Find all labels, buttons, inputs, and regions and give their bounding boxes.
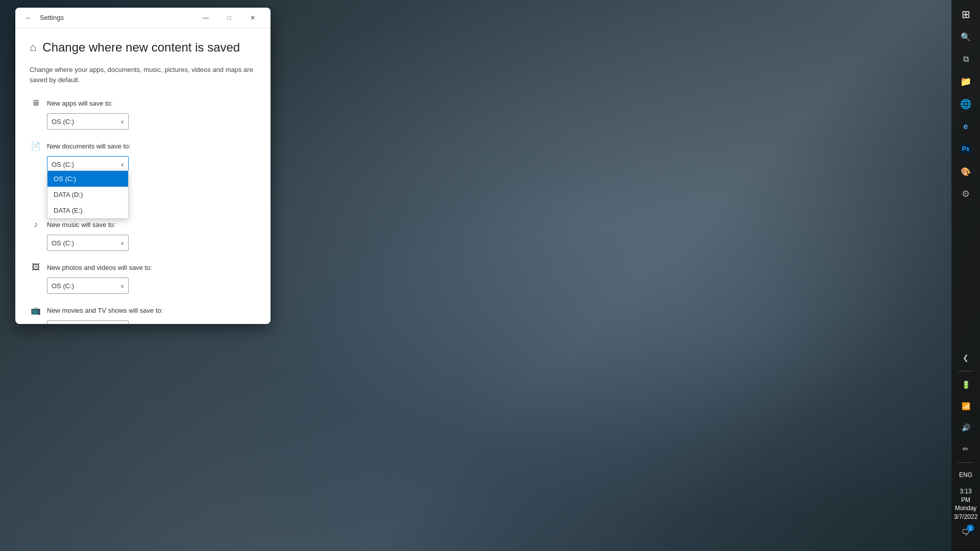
window-controls: — □ ✕ xyxy=(194,10,264,26)
description: Change where your apps, documents, music… xyxy=(30,65,256,85)
battery-icon: 🔋 xyxy=(962,381,970,389)
pen-icon: ✏ xyxy=(963,445,969,453)
documents-dropdown-value: OS (C:) xyxy=(52,161,74,168)
windows-icon: ⊞ xyxy=(962,8,970,20)
photos-icon: 🖼 xyxy=(30,261,42,273)
settings-window: ← Settings — □ ✕ ⌂ Change where new cont… xyxy=(15,8,271,324)
wifi-button[interactable]: 📶 xyxy=(955,396,976,416)
edge-button[interactable]: e xyxy=(955,116,976,137)
music-dropdown-arrow: ∨ xyxy=(120,240,124,246)
apps-label-row: 🖥 New apps will save to: xyxy=(30,97,256,109)
settings-button[interactable]: ⚙ xyxy=(955,184,976,204)
photoshop-button[interactable]: Ps xyxy=(955,139,976,159)
movies-label-row: 📺 New movies and TV shows will save to: xyxy=(30,304,256,316)
search-icon: 🔍 xyxy=(961,32,971,42)
minimize-button[interactable]: — xyxy=(194,10,217,26)
music-label-row: ♪ New music will save to: xyxy=(30,218,256,231)
date-display: 3/7/2022 xyxy=(954,513,978,521)
divider2 xyxy=(958,462,974,463)
movies-dropdown[interactable]: OS (C:) ∨ xyxy=(47,320,129,324)
home-icon: ⌂ xyxy=(30,41,36,54)
chrome-button[interactable]: 🌐 xyxy=(955,94,976,114)
setting-photos: 🖼 New photos and videos will save to: OS… xyxy=(30,261,256,294)
folder-icon: 📁 xyxy=(960,76,971,87)
paint-icon: 🎨 xyxy=(961,167,971,177)
photos-dropdown-arrow: ∨ xyxy=(120,283,124,289)
battery-button[interactable]: 🔋 xyxy=(955,374,976,395)
back-button[interactable]: ← xyxy=(21,11,36,25)
apps-dropdown-arrow: ∨ xyxy=(120,119,124,124)
task-view-button[interactable]: ⧉ xyxy=(955,49,976,69)
taskbar: ⊞ 🔍 ⧉ 📁 🌐 e Ps 🎨 ⚙ ❮ 🔋 xyxy=(951,0,980,551)
setting-apps: 🖥 New apps will save to: OS (C:) ∨ xyxy=(30,97,256,130)
apps-dropdown-value: OS (C:) xyxy=(52,118,74,126)
photoshop-icon: Ps xyxy=(961,144,971,154)
divider xyxy=(958,371,974,371)
time-display: 3:13 PM xyxy=(955,487,976,505)
titlebar: ← Settings — □ ✕ xyxy=(15,8,271,28)
maximize-button[interactable]: □ xyxy=(217,10,241,26)
documents-label: New documents will save to: xyxy=(47,142,131,150)
documents-dropdown-menu: OS (C:) DATA (D:) DATA (E:) xyxy=(47,170,129,219)
photos-label-row: 🖼 New photos and videos will save to: xyxy=(30,261,256,273)
setting-movies: 📺 New movies and TV shows will save to: … xyxy=(30,304,256,324)
chrome-icon: 🌐 xyxy=(960,98,971,110)
volume-icon: 🔊 xyxy=(962,423,970,432)
chevron-button[interactable]: ❮ xyxy=(955,347,976,368)
music-dropdown-value: OS (C:) xyxy=(52,239,74,247)
window-title: Settings xyxy=(40,14,194,21)
setting-music: ♪ New music will save to: OS (C:) ∨ xyxy=(30,218,256,251)
notification-button[interactable]: 🗨 1 xyxy=(955,522,976,543)
paint-button[interactable]: 🎨 xyxy=(955,161,976,182)
documents-option-data-d[interactable]: DATA (D:) xyxy=(47,187,128,203)
documents-label-row: 📄 New documents will save to: xyxy=(30,140,256,152)
close-button[interactable]: ✕ xyxy=(241,10,264,26)
movies-icon: 📺 xyxy=(30,304,42,316)
folder-button[interactable]: 📁 xyxy=(955,71,976,92)
language-label: ENG xyxy=(959,471,972,479)
start-button[interactable]: ⊞ xyxy=(955,4,976,24)
apps-dropdown[interactable]: OS (C:) ∨ xyxy=(47,113,129,130)
wifi-icon: 📶 xyxy=(962,402,970,410)
documents-option-data-e[interactable]: DATA (E:) xyxy=(47,203,128,218)
photos-dropdown[interactable]: OS (C:) ∨ xyxy=(47,278,129,294)
task-view-icon: ⧉ xyxy=(963,55,969,64)
photos-dropdown-value: OS (C:) xyxy=(52,282,74,290)
search-button[interactable]: 🔍 xyxy=(955,27,976,47)
music-dropdown[interactable]: OS (C:) ∨ xyxy=(47,235,129,251)
page-title: Change where new content is saved xyxy=(42,40,240,55)
apps-label: New apps will save to: xyxy=(47,99,113,107)
volume-button[interactable]: 🔊 xyxy=(955,417,976,438)
music-label: New music will save to: xyxy=(47,221,115,229)
chevron-left-icon: ❮ xyxy=(963,354,969,362)
music-icon: ♪ xyxy=(30,218,42,231)
edge-icon: e xyxy=(964,122,968,131)
window-content: ⌂ Change where new content is saved Chan… xyxy=(15,28,271,324)
pen-button[interactable]: ✏ xyxy=(955,439,976,459)
settings-icon: ⚙ xyxy=(962,188,970,199)
page-title-container: ⌂ Change where new content is saved xyxy=(30,40,256,55)
back-icon: ← xyxy=(25,14,32,22)
clock-button[interactable]: 3:13 PM Monday 3/7/2022 xyxy=(955,487,976,521)
day-display: Monday xyxy=(955,504,977,513)
setting-documents: 📄 New documents will save to: OS (C:) ∨ … xyxy=(30,140,256,172)
notification-count: 1 xyxy=(967,524,974,532)
documents-option-os-c[interactable]: OS (C:) xyxy=(47,171,128,187)
movies-label: New movies and TV shows will save to: xyxy=(47,307,163,314)
language-button[interactable]: ENG xyxy=(955,466,976,486)
documents-icon: 📄 xyxy=(30,140,42,152)
apps-icon: 🖥 xyxy=(30,97,42,109)
photos-label: New photos and videos will save to: xyxy=(47,264,152,271)
taskbar-bottom: ❮ 🔋 📶 🔊 ✏ ENG 3:13 PM Monday 3/7/2022 xyxy=(955,347,976,547)
documents-dropdown-arrow: ∨ xyxy=(120,162,124,167)
